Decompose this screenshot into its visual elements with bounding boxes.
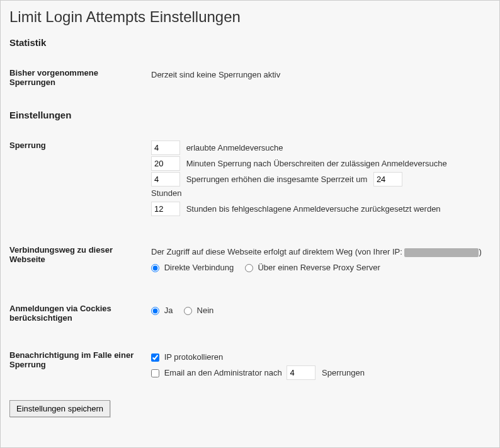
connection-info-prefix: Der Zugriff auf diese Webseite erfolgt a… [151, 247, 402, 256]
log-ip-checkbox[interactable] [151, 353, 159, 362]
increase-hours-input[interactable] [373, 172, 402, 187]
connection-direct-radio[interactable] [151, 264, 159, 272]
settings-heading: Einstellungen [9, 110, 491, 120]
email-label-right: Sperrungen [322, 368, 365, 377]
lockouts-so-far-value: Derzeit sind keine Sperrungen aktiv [151, 63, 491, 92]
cookies-label: Anmeldungen via Cockies berücksichtigen [9, 299, 151, 328]
lockout-minutes-text: Minuten Sperrung nach Überschreiten der … [186, 159, 447, 168]
increase-text-right: Stunden [151, 188, 181, 198]
cookies-yes-label: Ja [164, 306, 173, 315]
log-ip-label: IP protokollieren [164, 352, 224, 362]
cookies-yes-radio[interactable] [151, 307, 159, 315]
cookies-no-option[interactable]: Nein [184, 306, 213, 315]
connection-label: Verbindungsweg zu dieser Webseite [9, 240, 151, 280]
log-ip-option[interactable]: IP protokollieren [151, 352, 223, 362]
connection-direct-label: Direkte Verbindung [164, 263, 234, 272]
allowed-retries-text: erlaubte Anmeldeversuche [186, 143, 283, 152]
lockout-minutes-input[interactable] [151, 156, 180, 171]
email-threshold-input[interactable] [287, 365, 315, 380]
reset-text: Stunden bis fehlgeschlagene Anmeldeversu… [186, 204, 441, 214]
cookies-yes-option[interactable]: Ja [151, 306, 175, 315]
lockout-label: Sperrung [9, 135, 151, 222]
connection-proxy-radio[interactable] [245, 264, 253, 272]
allowed-retries-input[interactable] [151, 141, 180, 155]
connection-direct-option[interactable]: Direkte Verbindung [151, 263, 236, 272]
email-admin-checkbox[interactable] [151, 369, 159, 377]
stats-heading: Statistik [9, 37, 491, 48]
email-admin-option[interactable]: Email an den Administrator nach [151, 368, 284, 377]
settings-panel: Limit Login Attempts Einstellungen Stati… [0, 0, 500, 448]
cookies-no-label: Nein [197, 306, 214, 315]
cookies-no-radio[interactable] [184, 307, 192, 315]
notify-label: Benachrichtigung im Falle einer Sperrung [9, 345, 151, 386]
email-label-left: Email an den Administrator nach [164, 368, 282, 377]
connection-proxy-option[interactable]: Über einen Reverse Proxy Server [245, 263, 380, 272]
connection-proxy-label: Über einen Reverse Proxy Server [258, 263, 380, 272]
connection-info-suffix: ) [479, 247, 481, 256]
increase-text-left: Sperrungen erhöhen die insgesamte Sperrz… [186, 175, 368, 184]
stats-table: Bisher vorgenommene Sperrungen Derzeit s… [9, 63, 491, 110]
lockouts-so-far-label: Bisher vorgenommene Sperrungen [9, 63, 151, 92]
save-settings-button[interactable]: Einstellungen speichern [9, 400, 110, 417]
page-title: Limit Login Attempts Einstellungen [9, 8, 491, 26]
settings-table: Sperrung erlaubte Anmeldeversuche Minute… [9, 135, 491, 386]
increase-after-input[interactable] [151, 172, 180, 187]
ip-redacted [404, 248, 479, 257]
reset-hours-input[interactable] [151, 202, 180, 216]
